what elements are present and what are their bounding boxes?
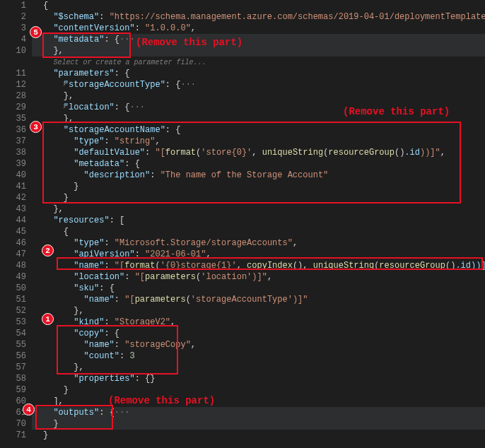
remove-label: (Remove this part): [343, 106, 450, 117]
line-number: 53: [16, 317, 26, 327]
line-number: 11: [16, 69, 26, 78]
line-number: 12: [16, 80, 26, 90]
line-number: 71: [16, 430, 26, 440]
line-number: 29: [16, 102, 26, 112]
line-number: 40: [16, 170, 26, 180]
line-number: 55: [16, 340, 26, 350]
line-number: 50: [16, 283, 26, 293]
code-line[interactable]: "kind": "StorageV2",: [32, 317, 485, 328]
line-gutter: 1 2 3 4 10 11 12 28 29 35 36 37 38 39 40…: [0, 0, 32, 448]
line-number: 37: [16, 136, 26, 146]
parameter-hint[interactable]: Select or create a parameter file...: [32, 57, 485, 68]
code-line[interactable]: "contentVersion": "1.0.0.0",: [32, 23, 485, 34]
code-line[interactable]: "apiVersion": "2021-06-01",: [32, 249, 485, 260]
callout-5: 5: [30, 26, 42, 38]
code-line[interactable]: "location": "[parameters('location')]",: [32, 271, 485, 283]
code-line[interactable]: "name": "[parameters('storageAccountType…: [32, 294, 485, 305]
line-number: 10: [16, 46, 26, 56]
code-line[interactable]: },: [32, 90, 485, 102]
line-number: 70: [16, 419, 26, 429]
code-line[interactable]: ],: [32, 396, 485, 407]
code-editor: 1 2 3 4 10 11 12 28 29 35 36 37 38 39 40…: [0, 0, 485, 448]
line-number: 41: [16, 182, 26, 191]
code-line[interactable]: }: [32, 418, 485, 430]
code-line[interactable]: "storageAccountType": {···: [32, 79, 485, 90]
line-number: 51: [16, 295, 26, 305]
code-line[interactable]: "defaultValue": "[format('store{0}', uni…: [32, 147, 485, 158]
line-number: 28: [16, 91, 26, 101]
code-line[interactable]: {: [32, 0, 485, 11]
line-number: 1: [21, 1, 26, 11]
remove-label: (Remove this part): [108, 395, 215, 406]
code-line[interactable]: "$schema": "https://schema.management.az…: [32, 11, 485, 23]
code-line[interactable]: "type": "Microsoft.Storage/storageAccoun…: [32, 237, 485, 249]
callout-1: 1: [42, 313, 54, 325]
code-line[interactable]: "type": "string",: [32, 136, 485, 147]
code-line[interactable]: "parameters": {: [32, 68, 485, 79]
line-number: 35: [16, 114, 26, 124]
code-line[interactable]: {: [32, 226, 485, 237]
code-line[interactable]: "metadata": {···: [32, 34, 485, 45]
chevron-right-icon[interactable]: ›: [60, 408, 69, 416]
code-line[interactable]: }: [32, 181, 485, 192]
code-line[interactable]: },: [32, 362, 485, 373]
code-line[interactable]: }: [32, 430, 485, 441]
line-number: 39: [16, 159, 26, 169]
line-number: 42: [16, 193, 26, 203]
code-line[interactable]: "resources": [: [32, 215, 485, 226]
code-line[interactable]: "copy": {: [32, 328, 485, 339]
callout-2: 2: [42, 244, 54, 257]
callout-3: 3: [30, 121, 42, 133]
line-number: 3: [21, 23, 26, 33]
code-line[interactable]: "storageAccountName": {: [32, 124, 485, 136]
line-number: 48: [16, 261, 26, 271]
line-number: 59: [16, 385, 26, 395]
code-line[interactable]: },: [32, 204, 485, 215]
chevron-right-icon[interactable]: ›: [60, 102, 69, 111]
chevron-right-icon[interactable]: ›: [60, 80, 69, 88]
line-number: 54: [16, 329, 26, 338]
code-line[interactable]: "count": 3: [32, 350, 485, 362]
chevron-right-icon[interactable]: ›: [60, 35, 69, 43]
line-number: 52: [16, 306, 26, 316]
code-line[interactable]: "metadata": {: [32, 158, 485, 170]
code-line[interactable]: "sku": {: [32, 283, 485, 294]
line-number: 58: [16, 374, 26, 384]
callout-4: 4: [23, 403, 35, 415]
line-number: 43: [16, 204, 26, 214]
line-number: 4: [21, 35, 26, 45]
line-number: 44: [16, 216, 26, 225]
code-line[interactable]: "outputs": {···: [32, 407, 485, 418]
line-number: 36: [16, 125, 26, 135]
line-number: 57: [16, 362, 26, 372]
code-line[interactable]: "description": "The name of the Storage …: [32, 170, 485, 181]
remove-label: (Remove this part): [136, 37, 242, 48]
code-line[interactable]: }: [32, 192, 485, 204]
code-line[interactable]: "name": "[format('{0}storage{1}', copyIn…: [32, 260, 485, 271]
code-line[interactable]: "properties": {}: [32, 373, 485, 384]
code-line[interactable]: "name": "storageCopy",: [32, 339, 485, 350]
line-number: 45: [16, 227, 26, 237]
code-line[interactable]: }: [32, 384, 485, 396]
line-number: 46: [16, 238, 26, 248]
line-number: 49: [16, 272, 26, 282]
code-line[interactable]: },: [32, 45, 485, 57]
line-number: 47: [16, 249, 26, 259]
code-area[interactable]: { "$schema": "https://schema.management.…: [32, 0, 485, 448]
line-number: 38: [16, 148, 26, 158]
line-number: 56: [16, 351, 26, 361]
line-number: 2: [21, 12, 26, 22]
code-line[interactable]: },: [32, 305, 485, 317]
